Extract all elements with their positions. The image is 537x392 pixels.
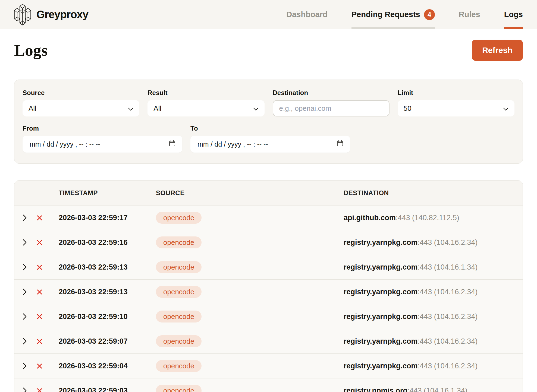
row-destination: registry.yarnpkg.com:443 (104.16.2.34) (337, 337, 514, 346)
row-destination: registry.yarnpkg.com:443 (104.16.2.34) (337, 238, 514, 247)
destination-label: Destination (273, 89, 390, 97)
source-badge: opencode (156, 335, 202, 347)
delete-row-button[interactable] (37, 206, 52, 230)
to-label: To (190, 125, 350, 132)
pending-count-badge: 4 (424, 9, 435, 20)
row-timestamp: 2026-03-03 22:59:13 (59, 288, 128, 296)
main-content: Logs Refresh Source All Result All (0, 40, 537, 392)
column-header-destination: DESTINATION (337, 189, 514, 197)
table-row: 2026-03-03 22:59:17 opencode api.github.… (14, 205, 523, 230)
expand-row-button[interactable] (23, 378, 37, 392)
result-label: Result (147, 89, 264, 97)
row-destination: registry.yarnpkg.com:443 (104.16.1.34) (337, 263, 514, 271)
source-badge: opencode (156, 261, 202, 273)
source-badge: opencode (156, 212, 202, 224)
nav-item-label: Pending Requests (351, 10, 420, 19)
source-badge: opencode (156, 286, 202, 298)
main-nav: Dashboard Pending Requests 4 Rules Logs (286, 0, 523, 29)
page-head: Logs Refresh (14, 40, 523, 61)
source-select[interactable]: All (23, 100, 139, 116)
row-timestamp: 2026-03-03 22:59:17 (59, 214, 128, 222)
expand-row-button[interactable] (23, 280, 37, 304)
delete-row-button[interactable] (37, 329, 52, 353)
table-row: 2026-03-03 22:59:16 opencode registry.ya… (14, 230, 523, 255)
row-destination: registry.yarnpkg.com:443 (104.16.2.34) (337, 312, 514, 321)
row-timestamp: 2026-03-03 22:59:13 (59, 263, 128, 271)
nav-item-pending-requests[interactable]: Pending Requests 4 (351, 0, 435, 29)
source-label: Source (23, 89, 139, 97)
expand-row-button[interactable] (23, 329, 37, 353)
source-select-value: All (29, 104, 36, 113)
delete-row-button[interactable] (37, 255, 52, 279)
table-row: 2026-03-03 22:59:03 opencode registry.np… (14, 378, 523, 392)
nav-item-label: Logs (504, 10, 523, 19)
from-label: From (23, 125, 182, 132)
calendar-icon[interactable] (169, 140, 176, 148)
nav-item-dashboard[interactable]: Dashboard (286, 0, 327, 29)
row-timestamp: 2026-03-03 22:59:10 (59, 312, 128, 321)
source-badge: opencode (156, 385, 202, 392)
source-filter: Source All (23, 89, 139, 116)
source-badge: opencode (156, 360, 202, 372)
row-timestamp: 2026-03-03 22:59:16 (59, 238, 128, 246)
filters-panel: Source All Result All Destinat (14, 80, 523, 164)
from-filter: From mm / dd / yyyy , -- : -- -- (23, 125, 182, 153)
row-destination: api.github.com:443 (140.82.112.5) (337, 214, 514, 222)
limit-filter: Limit 50 (398, 89, 514, 116)
from-datetime-input[interactable]: mm / dd / yyyy , -- : -- -- (23, 136, 182, 153)
result-select-value: All (153, 104, 161, 113)
delete-row-button[interactable] (37, 304, 52, 329)
brand: Greyproxy (14, 4, 88, 26)
expand-row-button[interactable] (23, 304, 37, 329)
table-row: 2026-03-03 22:59:13 opencode registry.ya… (14, 255, 523, 279)
chevron-down-icon (503, 104, 508, 113)
nav-item-rules[interactable]: Rules (459, 0, 480, 29)
calendar-icon[interactable] (337, 140, 344, 148)
row-timestamp: 2026-03-03 22:59:03 (59, 387, 128, 392)
delete-row-button[interactable] (37, 354, 52, 378)
limit-select[interactable]: 50 (398, 100, 514, 116)
chevron-down-icon (253, 104, 259, 113)
logs-table: TIMESTAMP SOURCE DESTINATION 2026-03-03 … (14, 180, 523, 392)
result-filter: Result All (147, 89, 264, 116)
row-destination: registry.yarnpkg.com:443 (104.16.2.34) (337, 362, 514, 370)
greyproxy-logo-icon (14, 4, 31, 26)
table-header-row: TIMESTAMP SOURCE DESTINATION (14, 181, 523, 205)
nav-item-label: Dashboard (286, 10, 327, 19)
refresh-button[interactable]: Refresh (472, 40, 523, 61)
delete-row-button[interactable] (37, 378, 52, 392)
row-destination: registry.npmjs.org:443 (104.16.1.34) (337, 387, 514, 392)
to-datetime-value: mm / dd / yyyy , -- : -- -- (197, 140, 268, 148)
column-header-timestamp: TIMESTAMP (52, 189, 149, 197)
table-row: 2026-03-03 22:59:04 opencode registry.ya… (14, 353, 523, 378)
nav-item-label: Rules (459, 10, 480, 19)
expand-row-button[interactable] (23, 230, 37, 255)
expand-row-button[interactable] (23, 206, 37, 230)
chevron-down-icon (128, 104, 133, 113)
row-timestamp: 2026-03-03 22:59:07 (59, 337, 128, 345)
table-row: 2026-03-03 22:59:07 opencode registry.ya… (14, 329, 523, 353)
to-datetime-input[interactable]: mm / dd / yyyy , -- : -- -- (190, 136, 350, 153)
destination-input[interactable] (273, 100, 390, 116)
limit-label: Limit (398, 89, 514, 97)
app-header: Greyproxy Dashboard Pending Requests 4 R… (0, 0, 537, 29)
limit-select-value: 50 (404, 104, 412, 113)
row-timestamp: 2026-03-03 22:59:04 (59, 362, 128, 370)
table-row: 2026-03-03 22:59:13 opencode registry.ya… (14, 279, 523, 304)
source-badge: opencode (156, 311, 202, 323)
to-filter: To mm / dd / yyyy , -- : -- -- (190, 125, 350, 153)
brand-name: Greyproxy (36, 8, 88, 21)
destination-filter: Destination (273, 89, 390, 116)
expand-row-button[interactable] (23, 255, 37, 279)
from-datetime-value: mm / dd / yyyy , -- : -- -- (30, 140, 100, 148)
row-destination: registry.yarnpkg.com:443 (104.16.2.34) (337, 288, 514, 296)
page-title: Logs (14, 41, 48, 60)
delete-row-button[interactable] (37, 230, 52, 255)
delete-row-button[interactable] (37, 280, 52, 304)
result-select[interactable]: All (147, 100, 264, 116)
nav-item-logs[interactable]: Logs (504, 0, 523, 29)
table-row: 2026-03-03 22:59:10 opencode registry.ya… (14, 304, 523, 329)
expand-row-button[interactable] (23, 354, 37, 378)
column-header-source: SOURCE (149, 189, 337, 197)
source-badge: opencode (156, 236, 202, 248)
